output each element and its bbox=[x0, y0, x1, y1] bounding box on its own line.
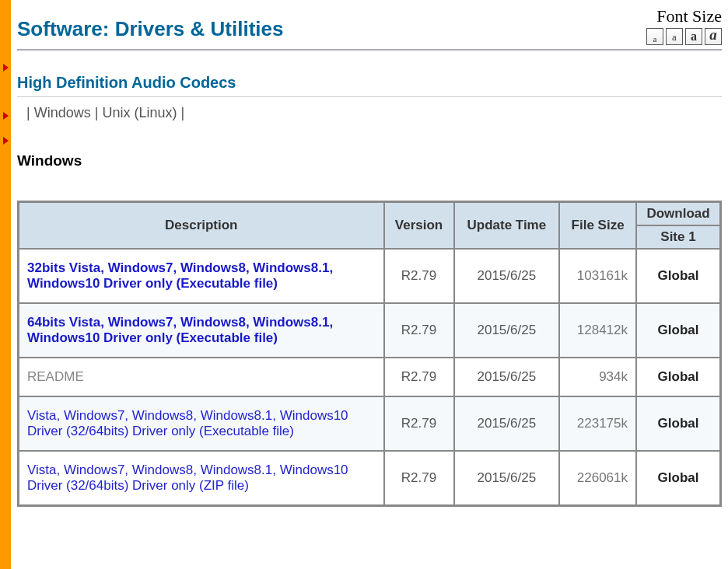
os-nav-unix[interactable]: Unix (Linux) bbox=[102, 105, 177, 120]
table-row: 64bits Vista, Windows7, Windows8, Window… bbox=[19, 303, 721, 358]
subpage-title: High Definition Audio Codecs bbox=[17, 74, 722, 92]
download-link[interactable]: Global bbox=[636, 303, 721, 358]
readme-label: README bbox=[19, 358, 384, 396]
col-version: Version bbox=[384, 202, 454, 250]
file-size-cell: 128412k bbox=[559, 303, 636, 358]
table-row: Vista, Windows7, Windows8, Windows8.1, W… bbox=[19, 396, 721, 451]
version-cell: R2.79 bbox=[384, 396, 454, 451]
update-time-cell: 2015/6/25 bbox=[454, 249, 560, 303]
download-link[interactable]: Global bbox=[636, 396, 721, 451]
font-size-label: Font Size bbox=[646, 6, 722, 26]
page-title: Software: Drivers & Utilities bbox=[17, 17, 283, 41]
table-row: Vista, Windows7, Windows8, Windows8.1, W… bbox=[19, 451, 721, 506]
col-update-time: Update Time bbox=[454, 202, 560, 250]
section-label: Windows bbox=[17, 152, 722, 169]
file-size-cell: 934k bbox=[559, 358, 636, 396]
download-description-link[interactable]: 32bits Vista, Windows7, Windows8, Window… bbox=[19, 249, 384, 303]
file-size-cell: 226061k bbox=[559, 451, 636, 506]
arrow-right-icon bbox=[3, 112, 9, 120]
table-row: READMER2.792015/6/25934kGlobal bbox=[19, 358, 721, 396]
os-nav: | Windows | Unix (Linux) | bbox=[26, 105, 722, 121]
file-size-cell: 223175k bbox=[559, 396, 636, 451]
version-cell: R2.79 bbox=[384, 451, 454, 506]
col-site1: Site 1 bbox=[636, 225, 721, 249]
downloads-table: Description Version Update Time File Siz… bbox=[17, 201, 722, 507]
font-size-large-button[interactable]: a bbox=[685, 28, 702, 45]
download-description-link[interactable]: Vista, Windows7, Windows8, Windows8.1, W… bbox=[19, 396, 384, 451]
download-link[interactable]: Global bbox=[636, 358, 721, 396]
col-download: Download bbox=[636, 202, 721, 226]
font-size-medium-button[interactable]: a bbox=[666, 28, 683, 45]
update-time-cell: 2015/6/25 bbox=[454, 396, 560, 451]
download-description-link[interactable]: 64bits Vista, Windows7, Windows8, Window… bbox=[19, 303, 384, 358]
table-row: 32bits Vista, Windows7, Windows8, Window… bbox=[19, 249, 721, 303]
left-rail bbox=[0, 0, 11, 569]
os-nav-windows[interactable]: Windows bbox=[34, 105, 91, 120]
divider bbox=[17, 96, 722, 97]
col-description: Description bbox=[19, 202, 384, 250]
arrow-right-icon bbox=[3, 64, 9, 72]
version-cell: R2.79 bbox=[384, 249, 454, 303]
divider bbox=[17, 49, 722, 51]
download-link[interactable]: Global bbox=[636, 451, 721, 506]
col-file-size: File Size bbox=[559, 202, 636, 250]
file-size-cell: 103161k bbox=[559, 249, 636, 303]
download-description-link[interactable]: Vista, Windows7, Windows8, Windows8.1, W… bbox=[19, 451, 384, 506]
font-size-small-button[interactable]: a bbox=[646, 28, 663, 45]
version-cell: R2.79 bbox=[384, 358, 454, 396]
update-time-cell: 2015/6/25 bbox=[454, 358, 560, 396]
arrow-right-icon bbox=[3, 137, 9, 145]
update-time-cell: 2015/6/25 bbox=[454, 303, 560, 358]
font-size-xlarge-button[interactable]: a bbox=[705, 28, 722, 45]
version-cell: R2.79 bbox=[384, 303, 454, 358]
download-link[interactable]: Global bbox=[636, 249, 721, 303]
update-time-cell: 2015/6/25 bbox=[454, 451, 560, 506]
font-size-widget: Font Size a a a a bbox=[646, 6, 722, 45]
